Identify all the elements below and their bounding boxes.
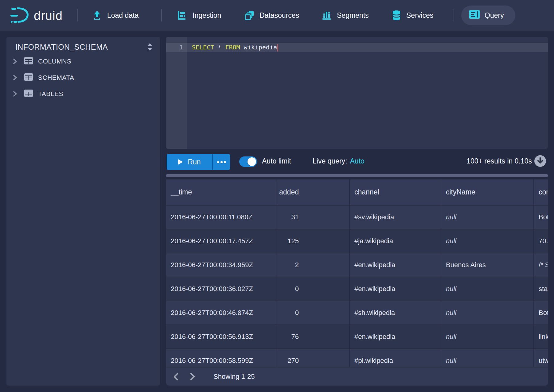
- table-row: 2016-06-27T00:00:46.874Z0#sh.wikipedianu…: [166, 301, 548, 325]
- table-row: 2016-06-27T00:00:36.027Z0#en.wikipedianu…: [166, 277, 548, 301]
- cell-added[interactable]: 0: [276, 301, 350, 325]
- cell-__time[interactable]: 2016-06-27T00:00:17.457Z: [166, 229, 276, 253]
- cell-comment[interactable]: 70.: [534, 229, 548, 253]
- line-number: 1: [166, 43, 183, 52]
- table-icon: [24, 57, 33, 66]
- nav-item-datasources[interactable]: Datasources: [244, 0, 299, 31]
- cell-added[interactable]: 31: [276, 206, 350, 229]
- cell-cityName[interactable]: null: [441, 301, 534, 325]
- nav-item-label: Services: [406, 11, 433, 20]
- sidebar-item-columns[interactable]: COLUMNS: [6, 53, 160, 69]
- auto-limit-toggle[interactable]: [239, 156, 257, 167]
- sidebar-item-label: TABLES: [38, 90, 63, 98]
- nav-item-services[interactable]: Services: [392, 0, 433, 31]
- cell-channel[interactable]: #en.wikipedia: [350, 253, 441, 277]
- cell-cityName[interactable]: null: [441, 229, 534, 253]
- sidebar-item-schemata[interactable]: SCHEMATA: [6, 70, 160, 86]
- nav-item-load-data[interactable]: Load data: [92, 0, 138, 31]
- cell-__time[interactable]: 2016-06-27T00:00:11.080Z: [166, 206, 276, 229]
- column-header-cityname[interactable]: cityName: [441, 179, 534, 205]
- upload-icon: [92, 10, 102, 20]
- table-row: 2016-06-27T00:00:56.913Z76#en.wikipedian…: [166, 325, 548, 348]
- table-header-row: __time added channel cityName comment: [166, 179, 548, 205]
- more-icon: [217, 161, 219, 163]
- cell-added[interactable]: 76: [276, 325, 350, 348]
- cell-added[interactable]: 0: [276, 277, 350, 301]
- editor-gutter: [166, 37, 187, 149]
- schema-explorer-panel: INFORMATION_SCHEMA COLUMNS: [6, 37, 160, 386]
- sql-query-editor[interactable]: 1 SELECT * FROM wikipedia: [166, 37, 548, 149]
- druid-logo-icon: [10, 6, 29, 25]
- live-query-value[interactable]: Auto: [350, 157, 365, 165]
- nav-item-label: Segments: [337, 11, 369, 20]
- nav-item-label: Query: [485, 11, 504, 20]
- cell-cityName[interactable]: null: [441, 325, 534, 348]
- cell-comment[interactable]: Bot: [534, 206, 548, 229]
- sidebar-item-tables[interactable]: TABLES: [6, 86, 160, 102]
- druid-logo[interactable]: druid: [10, 6, 63, 25]
- column-header-time[interactable]: __time: [166, 179, 276, 205]
- previous-page-button[interactable]: [170, 371, 182, 383]
- cell-comment[interactable]: Bot: [534, 301, 548, 325]
- datasources-icon: [244, 10, 254, 20]
- cell-__time[interactable]: 2016-06-27T00:00:36.027Z: [166, 277, 276, 301]
- run-button-label: Run: [188, 158, 201, 166]
- cell-cityName[interactable]: null: [441, 277, 534, 301]
- results-summary: 100+ results in 0.10s: [466, 150, 532, 172]
- query-results-panel: __time added channel cityName comment 20…: [166, 179, 548, 386]
- segments-icon: [322, 10, 332, 20]
- table-icon: [24, 73, 33, 82]
- druid-console: druid Load data: [0, 0, 554, 392]
- next-page-button[interactable]: [186, 371, 199, 383]
- cell-channel[interactable]: #en.wikipedia: [350, 277, 441, 301]
- sql-keyword: SELECT: [192, 44, 214, 51]
- cell-channel[interactable]: #ja.wikipedia: [350, 229, 441, 253]
- live-query-label: Live query:: [313, 157, 347, 165]
- cell-__time[interactable]: 2016-06-27T00:00:34.959Z: [166, 253, 276, 277]
- cell-channel[interactable]: #sv.wikipedia: [350, 206, 441, 229]
- showing-range-label: Showing 1-25: [213, 373, 255, 381]
- download-results-button[interactable]: [534, 155, 546, 167]
- cell-channel[interactable]: #en.wikipedia: [350, 325, 441, 348]
- nav-item-segments[interactable]: Segments: [322, 0, 369, 31]
- cell-channel[interactable]: #sh.wikipedia: [350, 301, 441, 325]
- cell-added[interactable]: 2: [276, 253, 350, 277]
- chevron-right-icon: [13, 75, 18, 80]
- services-icon: [392, 10, 401, 21]
- auto-limit-label: Auto limit: [262, 150, 291, 172]
- sidebar-item-label: COLUMNS: [38, 58, 72, 65]
- chevron-right-icon: [13, 59, 18, 64]
- nav-item-query-active[interactable]: Query: [461, 6, 515, 25]
- sql-query-text[interactable]: SELECT * FROM wikipedia: [192, 43, 278, 52]
- cell-added[interactable]: 125: [276, 229, 350, 253]
- run-button-group: Run: [167, 154, 230, 170]
- table-row: 2016-06-27T00:00:11.080Z31#sv.wikipedian…: [166, 205, 548, 229]
- column-header-channel[interactable]: channel: [350, 179, 441, 205]
- run-button[interactable]: Run: [167, 154, 212, 170]
- ingestion-icon: [178, 10, 187, 20]
- table-body: 2016-06-27T00:00:11.080Z31#sv.wikipedian…: [166, 205, 548, 372]
- double-caret-icon[interactable]: [147, 43, 153, 51]
- live-query-control: Live query:Auto: [313, 150, 365, 172]
- nav-divider: [161, 9, 162, 21]
- cell-comment[interactable]: /* S: [534, 253, 548, 277]
- cell-comment[interactable]: sta: [534, 277, 548, 301]
- cell-comment[interactable]: link: [534, 325, 548, 348]
- column-header-added[interactable]: added: [276, 179, 350, 205]
- logo-wordmark: druid: [34, 9, 63, 23]
- table-horizontal-scrollbar[interactable]: [166, 174, 548, 177]
- query-toolbar: Run Auto limit Live query:Auto 100+ resu…: [166, 150, 548, 172]
- cell-cityName[interactable]: null: [441, 206, 534, 229]
- cell-__time[interactable]: 2016-06-27T00:00:46.874Z: [166, 301, 276, 325]
- table-row: 2016-06-27T00:00:17.457Z125#ja.wikipedia…: [166, 229, 548, 253]
- cell-cityName[interactable]: Buenos Aires: [441, 253, 534, 277]
- nav-item-label: Datasources: [259, 11, 299, 20]
- nav-item-ingestion[interactable]: Ingestion: [178, 0, 221, 31]
- pagination-footer: Showing 1-25: [166, 367, 548, 386]
- column-header-comment[interactable]: comment: [534, 179, 548, 205]
- chevron-right-icon: [13, 91, 18, 97]
- cell-__time[interactable]: 2016-06-27T00:00:56.913Z: [166, 325, 276, 348]
- table-row: 2016-06-27T00:00:34.959Z2#en.wikipediaBu…: [166, 253, 548, 277]
- nav-item-label: Load data: [107, 11, 138, 20]
- run-more-options-button[interactable]: [212, 154, 230, 170]
